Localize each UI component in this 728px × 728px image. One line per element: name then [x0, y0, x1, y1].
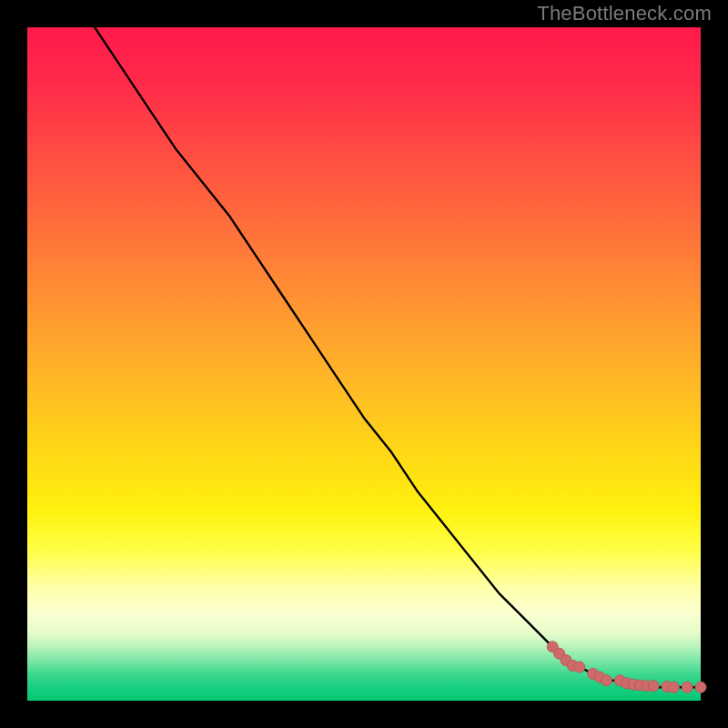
scatter-point: [682, 682, 693, 693]
scatter-point: [668, 682, 679, 693]
plot-area: [27, 27, 701, 701]
scatter-point: [695, 682, 706, 693]
chart-overlay: [27, 27, 701, 701]
scatter-markers: [547, 642, 706, 693]
watermark-text: TheBottleneck.com: [537, 2, 712, 25]
scatter-point: [648, 681, 659, 692]
scatter-point: [574, 662, 585, 672]
chart-frame: TheBottleneck.com: [0, 0, 728, 728]
scatter-point: [601, 675, 612, 686]
bottleneck-curve-line: [95, 27, 701, 687]
